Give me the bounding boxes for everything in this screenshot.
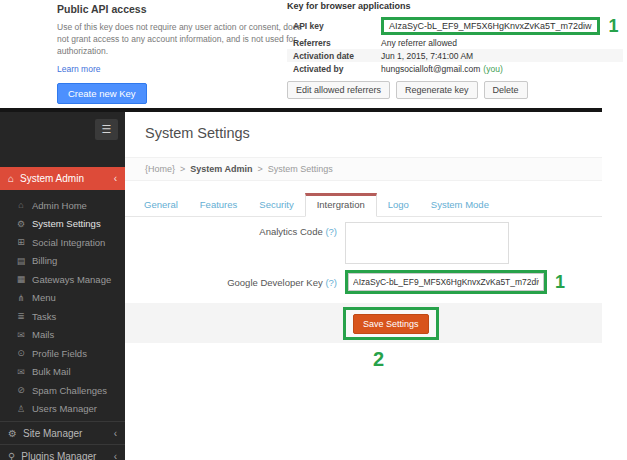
admin-main-content: System Settings {Home} > System Admin > … — [125, 112, 602, 460]
analytics-code-textarea[interactable] — [345, 222, 509, 264]
question-circle-icon: ⊘ — [15, 385, 27, 395]
sidebar-item-bulk-mail[interactable]: ✉ Bulk Mail — [0, 363, 125, 382]
sidebar-item-menu[interactable]: ⋔ Menu — [0, 289, 125, 308]
home-icon: ⌂ — [8, 173, 14, 184]
developer-key-row: Google Developer Key (?) 1 — [125, 270, 602, 294]
regenerate-key-button[interactable]: Regenerate key — [396, 81, 478, 99]
breadcrumb-system-admin-link[interactable]: System Admin — [190, 164, 252, 174]
activated-by-row: Activated by hungsocialloft@gmail.com (y… — [287, 62, 623, 75]
browser-key-heading: Key for browser applications — [287, 1, 623, 11]
credit-card-icon: ▤ — [15, 256, 27, 266]
sidebar-item-gateways-manage[interactable]: ▦ Gateways Manage — [0, 270, 125, 289]
sidebar-item-label: Tasks — [32, 311, 56, 322]
breadcrumb: {Home} > System Admin > System Settings — [125, 157, 602, 181]
activated-by-value: hungsocialloft@gmail.com — [381, 64, 480, 74]
sidebar-section-plugins-manager[interactable]: ⚲ Plugins Manager ‹ — [0, 444, 125, 460]
breadcrumb-home-link[interactable]: {Home} — [145, 164, 175, 174]
envelope-icon: ✉ — [15, 330, 27, 340]
activation-date-label: Activation date — [293, 51, 381, 61]
sidebar-item-spam-challenges[interactable]: ⊘ Spam Challenges — [0, 381, 125, 400]
google-developer-key-input[interactable] — [348, 273, 544, 291]
tab-features[interactable]: Features — [189, 194, 249, 216]
tab-general[interactable]: General — [133, 194, 189, 216]
referrers-row: Referrers Any referrer allowed — [287, 36, 623, 49]
sidebar-item-social-integration[interactable]: ⊞ Social Integration — [0, 233, 125, 252]
chevron-left-icon: ‹ — [114, 428, 117, 439]
public-api-access-heading: Public API access — [57, 3, 305, 15]
sitemap-icon: ⋔ — [15, 293, 27, 303]
developer-key-label-text: Google Developer Key — [227, 277, 323, 288]
breadcrumb-separator: > — [180, 164, 185, 174]
help-icon[interactable]: (?) — [325, 226, 337, 237]
sidebar-item-label: Gateways Manage — [32, 274, 111, 285]
sidebar-item-tasks[interactable]: ≣ Tasks — [0, 307, 125, 326]
sidebar-item-mails[interactable]: ✉ Mails — [0, 326, 125, 345]
sidebar-item-label: System Settings — [32, 218, 101, 229]
tab-intergration[interactable]: Intergration — [305, 193, 377, 217]
chevron-left-icon: ‹ — [114, 451, 117, 460]
analytics-code-label: Analytics Code (?) — [125, 222, 345, 237]
sidebar-item-billing[interactable]: ▤ Billing — [0, 252, 125, 271]
admin-panel-window: ☰ ⌂ System Admin ‹ ⌂ Admin Home ⚙ System… — [0, 108, 602, 460]
form-footer-strip: Save Settings — [125, 303, 602, 343]
annotation-2: 2 — [373, 349, 384, 369]
menu-icon[interactable]: ☰ — [95, 119, 118, 140]
admin-sidebar: ☰ ⌂ System Admin ‹ ⌂ Admin Home ⚙ System… — [0, 112, 125, 460]
activation-date-value: Jun 1, 2015, 7:41:00 AM — [381, 51, 473, 61]
breadcrumb-current-page: System Settings — [268, 164, 333, 174]
create-new-key-button[interactable]: Create new Key — [57, 83, 147, 104]
sidebar-item-system-settings[interactable]: ⚙ System Settings — [0, 215, 125, 234]
developer-key-label: Google Developer Key (?) — [125, 277, 345, 288]
sidebar-nav: ⌂ Admin Home ⚙ System Settings ⊞ Social … — [0, 196, 125, 418]
public-api-access-panel: Public API access Use of this key does n… — [57, 3, 305, 104]
sidebar-section-label: Plugins Manager — [21, 451, 96, 460]
sidebar-item-label: Spam Challenges — [32, 385, 107, 396]
key-actions-row: Edit allowed referrers Regenerate key De… — [287, 81, 623, 99]
highlight-box-save-button: Save Settings — [343, 307, 439, 340]
analytics-code-row: Analytics Code (?) — [125, 222, 602, 264]
api-key-value: AIzaSyC-bL_EF9_MF5X6HgKnvxZvKa5T_m72diw — [389, 21, 592, 31]
share-icon: ⊞ — [15, 237, 27, 247]
browser-key-panel: Key for browser applications API key AIz… — [287, 1, 623, 99]
sidebar-item-profile-fields[interactable]: ⊙ Profile Fields — [0, 344, 125, 363]
help-icon[interactable]: (?) — [325, 277, 337, 288]
sidebar-item-admin-home[interactable]: ⌂ Admin Home — [0, 196, 125, 215]
activated-by-you-suffix: (you) — [483, 64, 502, 74]
referrers-label: Referrers — [293, 38, 381, 48]
learn-more-link[interactable]: Learn more — [57, 64, 100, 74]
settings-tabs: General Features Security Intergration L… — [125, 191, 602, 217]
sidebar-section-label: Site Manager — [23, 428, 82, 439]
tab-logo[interactable]: Logo — [377, 194, 420, 216]
activation-date-row: Activation date Jun 1, 2015, 7:41:00 AM — [287, 49, 623, 62]
gear-icon: ⚙ — [15, 219, 27, 229]
screenshot-root: Public API access Use of this key does n… — [0, 0, 627, 460]
highlight-box-developer-key — [345, 270, 547, 294]
sidebar-section-site-manager[interactable]: ⚙ Site Manager ‹ — [0, 421, 125, 444]
referrers-value: Any referrer allowed — [381, 38, 457, 48]
edit-allowed-referrers-button[interactable]: Edit allowed referrers — [287, 81, 390, 99]
save-settings-button[interactable]: Save Settings — [353, 314, 429, 334]
credit-card-icon: ▦ — [15, 274, 27, 284]
list-icon: ≣ — [15, 311, 27, 321]
check-circle-icon: ⊙ — [15, 348, 27, 358]
breadcrumb-separator: > — [257, 164, 262, 174]
delete-key-button[interactable]: Delete — [484, 81, 528, 99]
tab-security[interactable]: Security — [248, 194, 304, 216]
tab-system-mode[interactable]: System Mode — [420, 194, 500, 216]
page-title: System Settings — [145, 125, 250, 141]
api-key-row: API key AIzaSyC-bL_EF9_MF5X6HgKnvxZvKa5T… — [287, 15, 623, 36]
home-icon: ⌂ — [15, 200, 27, 210]
sidebar-section-system-admin[interactable]: ⌂ System Admin ‹ — [0, 167, 125, 190]
annotation-1: 1 — [555, 273, 565, 291]
sidebar-item-label: Mails — [32, 329, 54, 340]
envelope-icon: ✉ — [15, 367, 27, 377]
sidebar-item-label: Users Manager — [32, 403, 97, 414]
plug-icon: ⚲ — [8, 451, 15, 460]
highlight-box-api-key: AIzaSyC-bL_EF9_MF5X6HgKnvxZvKa5T_m72diw — [381, 17, 600, 35]
sidebar-item-users-manager[interactable]: ♙ Users Manager — [0, 400, 125, 419]
sidebar-item-label: Admin Home — [32, 200, 87, 211]
annotation-1: 1 — [609, 17, 619, 35]
analytics-code-label-text: Analytics Code — [259, 226, 322, 237]
sidebar-item-label: Social Integration — [32, 237, 105, 248]
chevron-left-icon: ‹ — [114, 173, 117, 184]
